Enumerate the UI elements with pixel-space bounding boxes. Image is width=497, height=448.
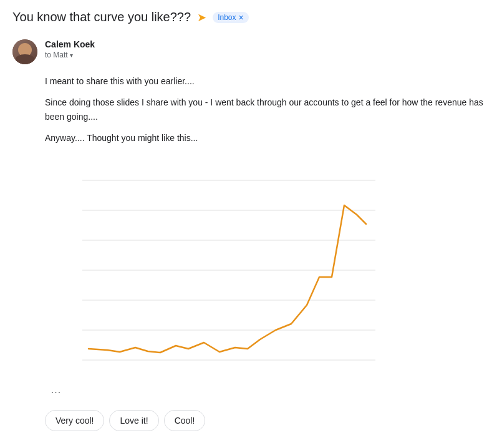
- subject-line: You know that curve you like??? ➤ Inbox …: [12, 10, 485, 29]
- paragraph-3: Anyway.... Thought you might like this..…: [45, 131, 485, 145]
- forward-icon: ➤: [197, 11, 206, 24]
- avatar-body: [16, 54, 34, 64]
- reply-button-very-cool[interactable]: Very cool!: [45, 410, 104, 431]
- inbox-badge-close[interactable]: ×: [238, 13, 243, 22]
- paragraph-1: I meant to share this with you earlier..…: [45, 74, 485, 88]
- avatar-image: [12, 39, 37, 64]
- email-body: I meant to share this with you earlier..…: [45, 74, 485, 431]
- reply-button-love-it[interactable]: Love it!: [109, 410, 158, 431]
- email-container: You know that curve you like??? ➤ Inbox …: [0, 0, 497, 441]
- sender-row: Calem Koek to Matt ▾: [12, 39, 485, 64]
- to-dropdown-arrow[interactable]: ▾: [70, 52, 73, 59]
- paragraph-2: Since doing those slides I share with yo…: [45, 95, 485, 124]
- reply-buttons: Very cool! Love it! Cool!: [45, 410, 485, 431]
- revenue-chart: [45, 155, 385, 380]
- avatar: [12, 39, 37, 64]
- chart-svg: [45, 155, 385, 380]
- inbox-badge: Inbox ×: [213, 12, 249, 23]
- sender-info: Calem Koek to Matt ▾: [45, 39, 95, 59]
- inbox-badge-label: Inbox: [218, 13, 236, 22]
- reply-button-cool[interactable]: Cool!: [164, 410, 206, 431]
- ellipsis-button[interactable]: ···: [45, 385, 67, 400]
- sender-to-row: to Matt ▾: [45, 51, 95, 59]
- sender-name: Calem Koek: [45, 39, 95, 49]
- sender-to-label: to Matt: [45, 51, 68, 59]
- subject-text: You know that curve you like???: [12, 10, 191, 24]
